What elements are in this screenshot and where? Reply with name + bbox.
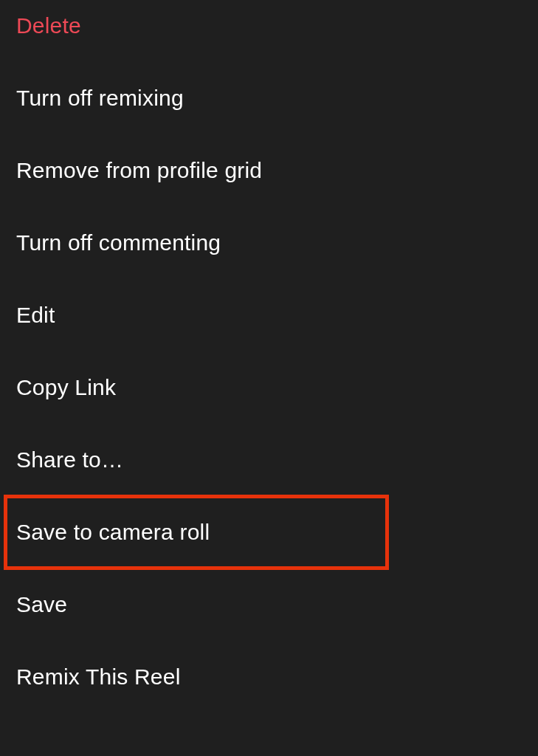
menu-item-share-to[interactable]: Share to… (16, 424, 522, 496)
menu-item-label: Turn off remixing (16, 86, 184, 110)
menu-item-label: Remove from profile grid (16, 158, 262, 182)
menu-item-remix-this-reel[interactable]: Remix This Reel (16, 641, 522, 713)
menu-item-label: Save (16, 592, 67, 616)
menu-item-save-to-camera-roll[interactable]: Save to camera roll (16, 496, 522, 568)
menu-item-label: Copy Link (16, 375, 116, 399)
menu-item-delete[interactable]: Delete (16, 13, 522, 62)
menu-item-remove-from-profile-grid[interactable]: Remove from profile grid (16, 134, 522, 207)
menu-item-label: Edit (16, 303, 55, 327)
menu-item-turn-off-commenting[interactable]: Turn off commenting (16, 207, 522, 279)
menu-item-label: Share to… (16, 447, 123, 472)
menu-item-label: Turn off commenting (16, 230, 221, 255)
menu-item-edit[interactable]: Edit (16, 279, 522, 351)
menu-item-label: Delete (16, 13, 81, 38)
menu-item-copy-link[interactable]: Copy Link (16, 351, 522, 424)
menu-item-label: Remix This Reel (16, 664, 181, 689)
menu-item-label: Save to camera roll (16, 520, 210, 544)
menu-item-save[interactable]: Save (16, 568, 522, 641)
menu-item-turn-off-remixing[interactable]: Turn off remixing (16, 62, 522, 134)
